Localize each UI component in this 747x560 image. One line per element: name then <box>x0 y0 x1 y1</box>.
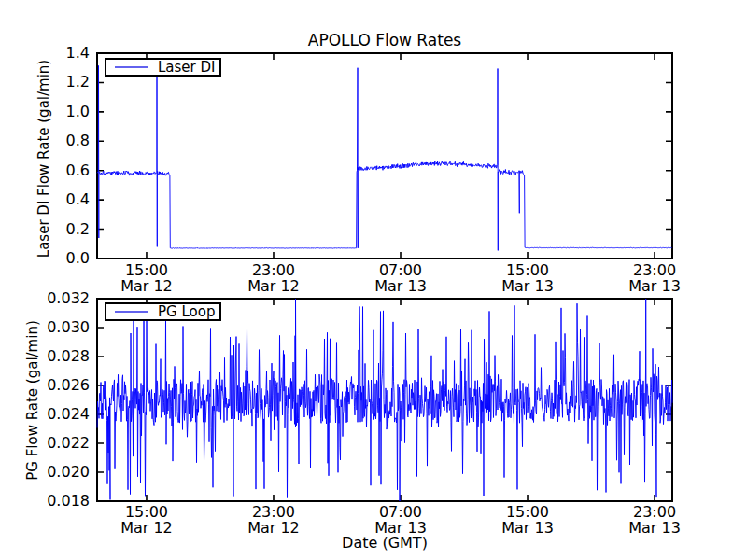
bottom-plot-ytick-label: 0.018 <box>0 493 90 510</box>
xtick-date-label: Mar 13 <box>613 278 697 295</box>
bottom-plot-ytick-label: 0.022 <box>0 435 90 452</box>
top-plot-ytick-label: 1.2 <box>0 74 90 91</box>
legend-line-sample-icon <box>115 311 148 313</box>
bottom-plot-ytick-label: 0.028 <box>0 348 90 365</box>
top-plot-ytick-label: 1.0 <box>0 104 90 120</box>
bottom-plot-ytick-label: 0.032 <box>0 290 90 307</box>
bottom-plot-ytick-label: 0.024 <box>0 406 90 423</box>
top-plot-ytick-label: 1.4 <box>0 45 90 62</box>
legend-label-pg-loop: PG Loop <box>158 305 215 319</box>
xtick-date-label: Mar 13 <box>486 278 570 295</box>
xtick-date-label: Mar 13 <box>486 520 570 537</box>
legend-pg-loop: PG Loop <box>105 302 221 321</box>
top-plot-ticks <box>97 53 672 259</box>
xtick-date-label: Mar 12 <box>105 520 189 537</box>
x-axis-label: Date (GMT) <box>97 535 672 552</box>
top-plot-ytick-label: 0.2 <box>0 221 90 238</box>
legend-line-sample-icon <box>115 66 148 68</box>
xtick-date-label: Mar 12 <box>105 278 189 295</box>
pg-loop-series-line <box>97 299 672 501</box>
xtick-date-label: Mar 12 <box>232 278 316 295</box>
top-plot-frame <box>97 53 672 259</box>
chart-title: APOLLO Flow Rates <box>97 31 672 49</box>
bottom-plot-ytick-label: 0.026 <box>0 377 90 394</box>
top-plot-ytick-label: 0.6 <box>0 162 90 179</box>
top-plot-ytick-label: 0.8 <box>0 133 90 149</box>
bottom-y-axis-label: PG Flow Rate (gal/min) <box>25 320 40 481</box>
legend-laser-di: Laser DI <box>105 58 221 77</box>
bottom-plot-ytick-label: 0.020 <box>0 464 90 481</box>
xtick-date-label: Mar 12 <box>232 520 316 537</box>
xtick-date-label: Mar 13 <box>359 278 443 295</box>
bottom-plot-ytick-label: 0.030 <box>0 319 90 336</box>
xtick-date-label: Mar 13 <box>613 520 697 537</box>
top-plot-ytick-label: 0.4 <box>0 191 90 208</box>
top-plot-ytick-label: 0.0 <box>0 250 90 267</box>
legend-label-laser-di: Laser DI <box>158 61 216 75</box>
figure-apollo-flow-rates: APOLLO Flow Rates Laser DI Flow Rate (ga… <box>0 0 747 560</box>
xtick-date-label: Mar 13 <box>359 520 443 537</box>
laser-di-series-line <box>97 65 672 250</box>
